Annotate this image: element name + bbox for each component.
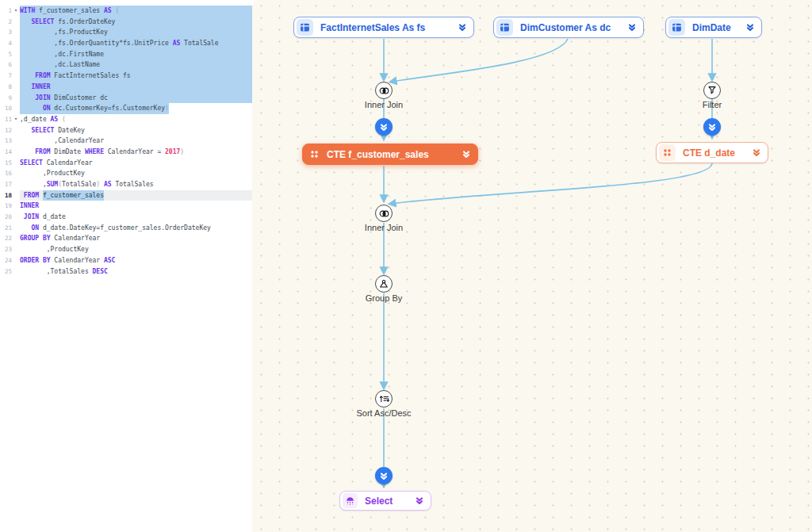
code-line[interactable]: 12 SELECT DateKey bbox=[0, 125, 252, 136]
code-line-text: ,TotalSales DESC bbox=[20, 266, 252, 277]
code-line[interactable]: 7 FROM FactInternetSales fs bbox=[0, 71, 252, 82]
code-token: AS bbox=[173, 38, 181, 49]
code-token bbox=[20, 125, 31, 136]
op-node-label: Sort Asc/Desc bbox=[328, 408, 439, 418]
code-line[interactable]: 5 ,dc.FirstName bbox=[0, 49, 252, 60]
code-line[interactable]: 10 ON dc.CustomerKey=fs.CustomerKey) bbox=[0, 103, 252, 114]
line-number: 10 bbox=[0, 103, 12, 114]
fold-arrow-icon[interactable]: ▾ bbox=[12, 114, 20, 125]
code-token: ,ProductKey bbox=[20, 168, 85, 179]
select-node[interactable]: Select bbox=[339, 491, 431, 511]
op-node-sort[interactable] bbox=[375, 390, 393, 408]
chevron-double-down-icon[interactable] bbox=[752, 147, 761, 158]
select-star-icon bbox=[343, 493, 358, 508]
code-line[interactable]: 17 ,SUM(TotalSale) AS TotalSales bbox=[0, 179, 252, 190]
code-line[interactable]: 23 ,ProductKey bbox=[0, 244, 252, 255]
chevron-double-down-icon[interactable] bbox=[627, 22, 637, 33]
code-line[interactable]: 24ORDER BY CalendarYear ASC bbox=[0, 255, 252, 266]
table-node-dim-customer[interactable]: DimCustomer As dc bbox=[493, 17, 644, 38]
cte-node-cte-f-customer-sales[interactable]: CTE f_customer_sales bbox=[302, 144, 478, 165]
chevron-double-down-icon[interactable] bbox=[745, 22, 755, 33]
op-node-label: Group By bbox=[328, 293, 439, 303]
line-number: 9 bbox=[0, 93, 12, 104]
code-token: ,CalendarYear bbox=[20, 136, 104, 147]
code-token: CalendarYear bbox=[51, 233, 101, 244]
code-line[interactable]: 20 JOIN d_date bbox=[0, 212, 252, 223]
code-line[interactable]: 19INNER bbox=[0, 201, 252, 212]
collapse-button-collapse-2[interactable] bbox=[703, 118, 721, 136]
code-token: AS bbox=[51, 114, 59, 125]
code-token: INNER bbox=[20, 201, 39, 212]
chevron-double-down-icon bbox=[707, 122, 717, 132]
table-node-fact-internet-sales[interactable]: FactInternetSales As fs bbox=[293, 17, 474, 38]
fold-arrow-icon[interactable]: ▾ bbox=[12, 6, 20, 17]
code-token: WITH bbox=[20, 6, 35, 17]
code-line-text: ,dc.FirstName bbox=[20, 49, 252, 60]
code-line-text: ,fs.OrderQuantity*fs.UnitPrice AS TotalS… bbox=[20, 38, 252, 49]
code-line-text: FROM FactInternetSales fs bbox=[20, 71, 252, 82]
op-node-group-by[interactable] bbox=[375, 275, 393, 293]
code-line[interactable]: 21 ON d_date.DateKey=f_customer_sales.Or… bbox=[0, 223, 252, 234]
line-number: 14 bbox=[0, 147, 12, 158]
edge-cte-d-date-to-inner-join-2 bbox=[391, 163, 712, 204]
node-label: CTE d_date bbox=[683, 147, 752, 159]
code-token: FactInternetSales fs bbox=[51, 71, 131, 82]
code-line[interactable]: 9 JOIN DimCustomer dc bbox=[0, 93, 252, 104]
code-line-text: ON d_date.DateKey=f_customer_sales.Order… bbox=[20, 223, 252, 234]
line-number: 12 bbox=[0, 125, 12, 136]
code-line[interactable]: 11▾,d_date AS ( bbox=[0, 114, 252, 125]
line-number: 1 bbox=[0, 6, 12, 17]
code-token: ON bbox=[43, 103, 51, 114]
table-node-dim-date[interactable]: DimDate bbox=[665, 17, 762, 38]
line-number: 13 bbox=[0, 136, 12, 147]
collapse-button-collapse-1[interactable] bbox=[375, 118, 393, 136]
code-token: CalendarYear bbox=[43, 158, 93, 169]
chevron-double-down-icon[interactable] bbox=[462, 149, 471, 159]
code-token: ) bbox=[180, 147, 184, 158]
code-token: CalendarYear = bbox=[104, 147, 165, 158]
code-token: SELECT bbox=[31, 125, 54, 136]
op-node-label: Inner Join bbox=[328, 223, 439, 232]
sql-code-editor[interactable]: 1▾WITH f_customer_sales AS (2 SELECT fs.… bbox=[0, 0, 252, 532]
op-node-filter[interactable] bbox=[703, 82, 721, 99]
flow-edges-layer bbox=[252, 0, 812, 532]
code-line[interactable]: 16 ,ProductKey bbox=[0, 168, 252, 179]
code-line[interactable]: 4 ,fs.OrderQuantity*fs.UnitPrice AS Tota… bbox=[0, 38, 252, 49]
code-line[interactable]: 2 SELECT fs.OrderDateKey bbox=[0, 17, 252, 28]
code-line[interactable]: 6 ,dc.LastName bbox=[0, 59, 252, 71]
code-token bbox=[20, 223, 31, 234]
line-number: 22 bbox=[0, 233, 12, 244]
code-line-text: JOIN DimCustomer dc bbox=[20, 93, 252, 104]
code-line[interactable]: 1▾WITH f_customer_sales AS ( bbox=[0, 6, 252, 17]
code-token: DateKey bbox=[54, 125, 85, 136]
code-line-text: ,d_date AS ( bbox=[20, 114, 252, 125]
edge-dim-customer-to-inner-join-1 bbox=[392, 39, 568, 82]
op-node-inner-join-2[interactable] bbox=[375, 205, 393, 222]
code-line[interactable]: 3 ,fs.ProductKey bbox=[0, 27, 252, 38]
code-token: FROM bbox=[35, 147, 50, 158]
code-token: AS bbox=[104, 179, 112, 190]
code-line[interactable]: 13 ,CalendarYear bbox=[0, 136, 252, 147]
op-node-label: Inner Join bbox=[328, 100, 439, 109]
chevron-double-down-icon bbox=[379, 122, 389, 132]
line-number: 7 bbox=[0, 71, 12, 82]
code-line[interactable]: 18 FROM f_customer_sales bbox=[0, 190, 252, 201]
filter-icon bbox=[707, 86, 717, 95]
code-line[interactable]: 14 FROM DimDate WHERE CalendarYear = 201… bbox=[0, 147, 252, 158]
code-line[interactable]: 22GROUP BY CalendarYear bbox=[0, 233, 252, 244]
code-line[interactable]: 25 ,TotalSales DESC bbox=[0, 266, 252, 277]
code-line[interactable]: 15SELECT CalendarYear bbox=[0, 158, 252, 169]
code-token: ,fs.ProductKey bbox=[20, 27, 108, 38]
collapse-button-collapse-3[interactable] bbox=[375, 467, 393, 484]
query-flow-canvas[interactable]: FactInternetSales As fsDimCustomer As dc… bbox=[252, 0, 812, 532]
table-icon bbox=[496, 19, 513, 36]
chevron-double-down-icon[interactable] bbox=[458, 22, 467, 33]
code-token: ,fs.OrderQuantity*fs.UnitPrice bbox=[20, 38, 173, 49]
code-line[interactable]: 8 INNER bbox=[0, 82, 252, 93]
cte-node-cte-d-date[interactable]: CTE d_date bbox=[656, 142, 768, 163]
chevron-double-down-icon[interactable] bbox=[415, 496, 424, 506]
table-icon bbox=[668, 19, 685, 36]
node-label: FactInternetSales As fs bbox=[320, 22, 458, 33]
op-node-inner-join-1[interactable] bbox=[375, 82, 393, 99]
line-number: 20 bbox=[0, 212, 12, 223]
